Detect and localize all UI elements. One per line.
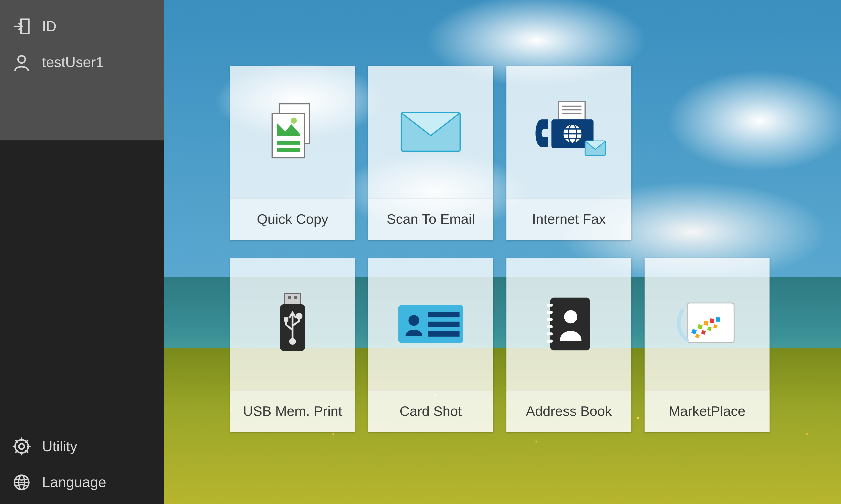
marketplace-icon [645,258,770,390]
svg-point-2 [19,444,24,449]
usb-drive-icon [230,258,355,390]
svg-rect-47 [547,304,552,307]
id-label: ID [42,18,56,35]
sidebar-bottom: Utility Language [0,141,164,504]
sidebar-item-language[interactable]: Language [0,464,164,501]
svg-rect-46 [550,298,590,350]
svg-rect-18 [277,141,299,145]
sidebar-top: ID testUser1 [0,0,164,141]
sidebar-item-id[interactable]: ID [0,8,164,44]
svg-rect-48 [547,311,552,314]
svg-point-53 [564,310,577,323]
svg-rect-34 [288,296,291,299]
tile-address-book[interactable]: Address Book [507,258,631,432]
tile-label: Internet Fax [507,198,631,240]
svg-point-17 [291,118,297,124]
svg-rect-45 [428,331,460,337]
tile-label: USB Mem. Print [230,390,355,432]
svg-point-1 [18,56,25,63]
tile-label: Address Book [507,390,631,432]
app-grid: Quick Copy Scan To Email [230,66,770,432]
tile-label: Scan To Email [368,198,493,240]
sidebar-item-user[interactable]: testUser1 [0,44,164,80]
tile-internet-fax[interactable]: Internet Fax [507,66,631,240]
quick-copy-icon [230,66,355,198]
svg-rect-19 [277,148,299,151]
svg-rect-63 [713,324,718,328]
tile-label: MarketPlace [645,390,770,432]
username-label: testUser1 [42,54,104,71]
sidebar-item-utility[interactable]: Utility [0,428,164,464]
tile-label: Card Shot [368,390,493,432]
svg-rect-54 [687,303,734,343]
tile-scan-to-email[interactable]: Scan To Email [368,66,493,240]
svg-rect-39 [284,318,288,322]
svg-rect-50 [547,325,552,328]
svg-rect-35 [294,296,297,299]
main-area: Quick Copy Scan To Email [164,0,841,504]
internet-fax-icon [507,66,631,198]
svg-point-38 [290,339,295,344]
svg-rect-58 [710,318,715,323]
svg-rect-51 [547,332,552,336]
svg-rect-43 [428,312,460,318]
svg-rect-59 [716,318,720,322]
login-icon [12,17,31,36]
utility-label: Utility [42,438,77,455]
sidebar: ID testUser1 [0,0,164,504]
tile-usb-mem-print[interactable]: USB Mem. Print [230,258,355,432]
id-card-icon [368,258,493,390]
address-book-icon [507,258,631,390]
svg-rect-52 [547,340,552,343]
svg-rect-49 [547,318,552,321]
user-icon [12,53,31,72]
gear-icon [12,437,31,456]
tile-card-shot[interactable]: Card Shot [368,258,493,432]
svg-rect-44 [428,322,460,327]
svg-point-40 [297,314,302,319]
svg-point-42 [409,315,419,326]
globe-icon [12,473,31,492]
envelope-icon [368,66,493,198]
tile-quick-copy[interactable]: Quick Copy [230,66,355,240]
language-label: Language [42,474,106,491]
tile-label: Quick Copy [230,198,355,240]
svg-rect-33 [285,293,300,304]
tile-marketplace[interactable]: MarketPlace [645,258,770,432]
